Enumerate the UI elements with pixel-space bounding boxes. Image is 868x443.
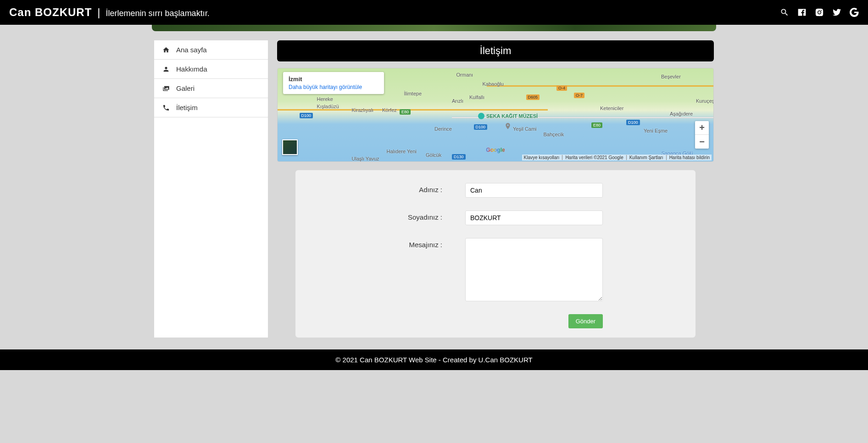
map-label: Kirazlıyalı — [352, 107, 374, 113]
message-label: Mesajınız : — [332, 238, 465, 249]
road-badge: D605 — [526, 94, 540, 100]
instagram-icon[interactable] — [815, 8, 824, 17]
sidebar-item-label: Ana sayfa — [176, 46, 207, 54]
map-label: Gölcük — [426, 152, 441, 158]
images-icon — [162, 85, 170, 92]
submit-button[interactable]: Gönder — [568, 314, 603, 328]
map-attribution: Klavye kısayolları Harita verileri ©2021… — [522, 155, 712, 161]
map-pin-icon — [504, 122, 512, 133]
google-icon[interactable] — [850, 8, 859, 17]
form-row-message: Mesajınız : — [332, 238, 659, 301]
map-label: Beşevler — [661, 74, 681, 79]
map-label: Kışladüzü — [317, 104, 339, 109]
name-label: Adınız : — [332, 183, 465, 194]
sidebar-item-contact[interactable]: İletişim — [154, 98, 268, 117]
divider: | — [97, 6, 100, 19]
search-icon[interactable] — [780, 8, 789, 17]
map-poi-label: SEKA KAĞIT MÜZESİ — [486, 113, 538, 119]
map-attrib-terms[interactable]: Kullanım Şartları — [629, 155, 667, 160]
map-label: Körfez — [382, 107, 397, 113]
road-badge: O-7 — [574, 93, 584, 98]
hero-strip — [152, 25, 716, 31]
road-badge: D100 — [626, 120, 640, 125]
map-label: Aşağıdere — [670, 111, 693, 116]
map-poi-seka[interactable]: SEKA KAĞIT MÜZESİ — [478, 113, 538, 119]
map[interactable]: İzmit Daha büyük haritayı görüntüle Orma… — [277, 68, 714, 162]
map-label: Yeşil Cami — [513, 126, 537, 132]
map-popup-title: İzmit — [289, 76, 378, 83]
sidebar-item-label: İletişim — [176, 104, 198, 111]
phone-icon — [162, 104, 170, 111]
map-zoom-controls: + − — [695, 121, 709, 149]
road-badge: D100 — [474, 124, 488, 130]
form-row-surname: Soyadınız : — [332, 210, 659, 225]
main-content: İletişim İzmit Daha büyük haritayı görün… — [277, 40, 714, 338]
google-logo: Google — [486, 147, 505, 153]
map-attrib-data: Harita verileri ©2021 Google — [565, 155, 626, 160]
sidebar-item-label: Galeri — [176, 84, 195, 92]
sidebar-item-label: Hakkımda — [176, 65, 207, 73]
map-label: Ulaşlı Yavuz — [352, 156, 379, 161]
map-label: Yeni Eşme — [644, 128, 668, 133]
message-input[interactable] — [465, 238, 603, 301]
sidebar-item-home[interactable]: Ana sayfa — [154, 40, 268, 60]
topbar-left: Can BOZKURT | İlerlemenin sırrı başlamak… — [9, 6, 210, 19]
map-road — [278, 109, 548, 111]
zoom-out-button[interactable]: − — [695, 135, 709, 149]
map-popup-link[interactable]: Daha büyük haritayı görüntüle — [289, 84, 378, 90]
map-label: Ormanı — [456, 72, 473, 78]
form-actions: Gönder — [332, 314, 659, 328]
tagline: İlerlemenin sırrı başlamaktır. — [106, 9, 210, 18]
map-label: Halıdere Yeni — [387, 149, 417, 154]
map-label: İlimtepe — [404, 91, 422, 96]
footer: © 2021 Can BOZKURT Web Site - Created by… — [0, 349, 868, 370]
surname-label: Soyadınız : — [332, 210, 465, 221]
form-row-name: Adınız : — [332, 183, 659, 198]
map-label: Derince — [434, 126, 452, 132]
site-title[interactable]: Can BOZKURT — [9, 6, 92, 19]
home-icon — [162, 46, 170, 54]
map-label: Kuruçeşme — [696, 98, 714, 104]
road-badge: E80 — [400, 109, 411, 115]
map-label: Bahçecik — [544, 132, 564, 137]
sidebar-item-gallery[interactable]: Galeri — [154, 79, 268, 98]
road-badge: O-4 — [556, 85, 567, 91]
topbar-icons — [780, 8, 859, 17]
name-input[interactable] — [465, 183, 603, 198]
map-label: Kulfallı — [469, 94, 484, 100]
poi-marker-icon — [478, 113, 484, 119]
surname-input[interactable] — [465, 210, 603, 225]
facebook-icon[interactable] — [797, 8, 807, 17]
contact-form: Adınız : Soyadınız : Mesajınız : Gönder — [295, 170, 696, 338]
sidebar: Ana sayfa Hakkımda Galeri İletişim — [154, 40, 268, 338]
map-label: Hereke — [317, 96, 333, 102]
sidebar-item-about[interactable]: Hakkımda — [154, 60, 268, 79]
user-icon — [162, 66, 170, 73]
map-satellite-toggle[interactable] — [282, 139, 298, 155]
topbar: Can BOZKURT | İlerlemenin sırrı başlamak… — [0, 0, 868, 25]
zoom-in-button[interactable]: + — [695, 121, 709, 135]
road-badge: E80 — [591, 122, 602, 128]
map-attrib-shortcuts[interactable]: Klavye kısayolları — [524, 155, 563, 160]
twitter-icon[interactable] — [832, 8, 841, 17]
map-label: Kabaoğlu — [483, 81, 504, 87]
road-badge: D130 — [452, 154, 466, 160]
road-badge: D100 — [300, 113, 313, 118]
map-label: Keteniciler — [600, 105, 623, 111]
page-title: İletişim — [277, 40, 714, 61]
map-label: Arızlı — [452, 98, 463, 104]
map-road — [487, 85, 713, 87]
main-container: Ana sayfa Hakkımda Galeri İletişim İleti… — [152, 40, 716, 338]
map-attrib-report[interactable]: Harita hatası bildirin — [669, 155, 710, 160]
map-info-popup: İzmit Daha büyük haritayı görüntüle — [283, 72, 384, 94]
